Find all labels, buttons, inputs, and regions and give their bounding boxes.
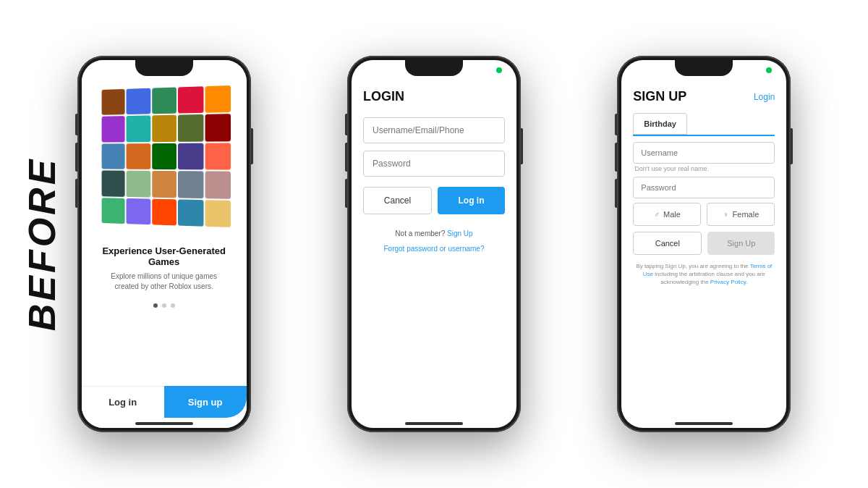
birthday-tab[interactable]: Birthday [633, 113, 687, 135]
game-cell [101, 143, 124, 169]
before-label: BEFORE [20, 157, 64, 332]
forgot-password-link[interactable]: Forgot password or username? [363, 245, 505, 253]
game-cell [205, 172, 231, 199]
game-cell [127, 116, 150, 142]
password-input[interactable] [363, 151, 505, 177]
dot-1 [153, 303, 158, 308]
login-title: LOGIN [363, 89, 505, 104]
notch [675, 60, 733, 76]
game-cell [205, 143, 231, 170]
male-icon: ♂ [654, 210, 660, 219]
username-helper: Don't use your real name. [633, 165, 775, 172]
phone-login-screen: LOGIN Cancel Log in Not a member? Sign U… [352, 60, 516, 428]
password-input[interactable] [633, 177, 775, 198]
gender-selector: ♂ Male ♀ Female [633, 203, 775, 226]
signup-actions: Cancel Sign Up [633, 232, 775, 255]
game-cell [152, 87, 176, 114]
birthday-tab-bar [633, 135, 775, 136]
login-button[interactable]: Log in [82, 386, 164, 418]
game-cell [127, 171, 150, 197]
cancel-button[interactable]: Cancel [363, 187, 432, 214]
login-links: Not a member? Sign Up Forgot password or… [363, 226, 505, 253]
terms-text: By tapping Sign Up, you are agreeing to … [633, 262, 775, 287]
terms-link[interactable]: Terms of Use [643, 263, 772, 277]
phone-onboarding-screen: Experience User-Generated Games Explore … [82, 60, 247, 428]
submit-signup-button[interactable]: Sign Up [707, 232, 775, 255]
game-cell [152, 115, 176, 142]
signup-login-link[interactable]: Login [754, 92, 775, 102]
onboarding-description: Explore millions of unique games created… [82, 272, 247, 292]
game-cell [178, 114, 203, 141]
game-cell [101, 171, 124, 197]
signup-title: SIGN UP [633, 89, 686, 104]
phone-onboarding: Experience User-Generated Games Explore … [77, 56, 251, 432]
notch [135, 60, 193, 76]
game-cell [127, 88, 150, 115]
birthday-tab-container: Birthday [633, 113, 775, 142]
game-grid [99, 88, 229, 232]
game-cell [127, 143, 150, 169]
game-cell [101, 198, 124, 224]
phone-login: LOGIN Cancel Log in Not a member? Sign U… [347, 56, 521, 432]
onboarding-title: Experience User-Generated Games [82, 245, 247, 267]
cancel-signup-button[interactable]: Cancel [633, 232, 702, 255]
login-action-buttons: Cancel Log in [363, 187, 505, 214]
phone-signup-screen: SIGN UP Login Birthday Don't use your re… [621, 60, 786, 428]
home-bar [675, 422, 733, 425]
home-bar [405, 422, 463, 425]
game-cell [205, 85, 231, 113]
dot-2 [162, 303, 166, 308]
dot-3 [171, 303, 175, 308]
female-button[interactable]: ♀ Female [707, 203, 775, 226]
game-thumbnails [101, 85, 230, 227]
game-cell [178, 171, 203, 198]
game-cell [152, 171, 176, 198]
phone-signup: SIGN UP Login Birthday Don't use your re… [617, 56, 791, 432]
game-cell [152, 143, 176, 170]
game-cell [127, 198, 150, 225]
username-email-phone-input[interactable] [363, 117, 505, 143]
game-cell [205, 114, 231, 142]
login-content: LOGIN Cancel Log in Not a member? Sign U… [352, 60, 516, 428]
scene: BEFORE [0, 0, 868, 488]
notch [405, 60, 463, 76]
game-cell [178, 199, 203, 227]
female-icon: ♀ [723, 210, 728, 219]
username-input[interactable] [633, 142, 775, 164]
game-cell [178, 143, 203, 169]
signup-button[interactable]: Sign up [164, 386, 247, 418]
signup-content: SIGN UP Login Birthday Don't use your re… [621, 60, 786, 428]
onboarding-actions: Log in Sign up [82, 386, 247, 418]
not-member-text: Not a member? Sign Up [395, 230, 472, 237]
game-cell [152, 198, 176, 225]
status-dot [496, 67, 502, 73]
male-button[interactable]: ♂ Male [633, 203, 701, 226]
game-cell [101, 116, 124, 142]
login-submit-button[interactable]: Log in [438, 187, 505, 214]
sign-up-link[interactable]: Sign Up [447, 230, 473, 237]
game-cell [205, 200, 231, 227]
game-cell [178, 86, 203, 114]
pagination-dots [153, 303, 175, 308]
game-cell [101, 89, 124, 115]
onboarding-content: Experience User-Generated Games Explore … [82, 60, 247, 428]
signup-header: SIGN UP Login [633, 89, 775, 104]
home-bar [135, 422, 193, 425]
privacy-link[interactable]: Privacy Policy [710, 279, 746, 285]
